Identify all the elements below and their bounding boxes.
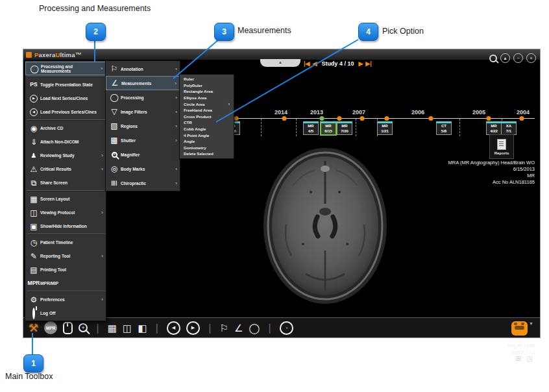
study-badge[interactable]: MR4/22	[486, 121, 502, 135]
gear-icon: ⚙	[27, 296, 40, 304]
study-badge[interactable]: MR4/5	[303, 121, 319, 135]
measure-item-goniometry[interactable]: Goniometry	[180, 145, 234, 151]
previous-study-button[interactable]: ◀	[312, 60, 317, 67]
study-badge[interactable]: XA7/1	[501, 121, 517, 135]
timeline-dot[interactable]	[234, 116, 239, 121]
measure-item-cobb-angle[interactable]: Cobb Angle	[180, 126, 234, 132]
measure-item-freehand-area[interactable]: FreeHand Area	[180, 107, 234, 114]
menu-item-preferences[interactable]: ⚙Preferences›	[25, 293, 106, 306]
first-study-button[interactable]: |◀	[304, 60, 310, 67]
timeline-year: 2013	[310, 109, 323, 116]
image-layout-button[interactable]: ◧	[138, 323, 147, 333]
measure-item-ctr[interactable]: CTR	[180, 119, 234, 126]
menu-item-screen-layout[interactable]: ▦Screen Layout	[25, 192, 106, 206]
submenu-item-magnifier[interactable]: +Magnifier	[106, 147, 180, 162]
grid-corner-icons[interactable]: ⊞ ◳	[507, 356, 535, 362]
submenu-item-annotation[interactable]: ⚐Annotation›	[106, 62, 180, 76]
menu-divider	[27, 119, 104, 121]
measure-item-rectangle-area[interactable]: Rectangle Area	[180, 88, 234, 95]
ruler-angle-icon: ∠	[108, 79, 121, 87]
submenu-item-processing[interactable]: ◯Processing›	[106, 90, 180, 104]
study-badge[interactable]: MR7/20	[337, 121, 352, 135]
toolbar-separator: ❘	[152, 322, 161, 334]
menu-item-show-hide-information[interactable]: ▣Show/Hide Information	[25, 219, 106, 233]
submenu-item-shutter[interactable]: ▩Shutter›	[106, 133, 180, 147]
minimize-button[interactable]: −	[513, 53, 523, 63]
measure-item-angle[interactable]: Angle	[180, 138, 234, 145]
mri-brain-image[interactable]	[254, 147, 396, 306]
study-badge[interactable]: CT5/8	[436, 121, 452, 135]
previous-series-button[interactable]: ◀	[167, 321, 180, 335]
measure-item-ellipse-area[interactable]: Ellipse Area	[180, 95, 234, 101]
annotation-label-main-toolbox: Main Toolbox	[5, 372, 53, 381]
submenu-item-body-marks[interactable]: ◎Body Marks›	[106, 162, 180, 176]
next-series-button[interactable]: ▶	[186, 321, 200, 335]
timeline-dot-selected[interactable]	[320, 116, 324, 121]
study-badge[interactable]: MR1/21	[377, 121, 393, 135]
window-controls: ▲ − ×	[489, 53, 536, 63]
chat-assistant-icon[interactable]	[511, 321, 528, 336]
timeline-dot[interactable]	[385, 116, 389, 121]
study-description: MRA (MR Angiography) Head/Brain WO	[448, 160, 535, 166]
printer-icon: ▤	[27, 266, 40, 274]
measure-item-ruler[interactable]: Ruler	[180, 76, 234, 82]
measure-item-circle-area[interactable]: Circle Area›	[180, 101, 234, 107]
accession-number: Acc No ALN181165	[448, 179, 535, 186]
last-study-button[interactable]: ▶|	[365, 60, 371, 67]
menu-item-reviewing-study[interactable]: ♟Reviewing Study›	[25, 149, 106, 162]
menu-item-printing-tool[interactable]: ▤Printing Tool	[25, 263, 106, 276]
timeline-collapse-tab[interactable]: ▲	[260, 59, 300, 67]
screen-layout-button[interactable]: ▦	[108, 323, 117, 333]
menu-item-attach-non-dicom[interactable]: ⇓Attach Non-DICOM	[25, 135, 106, 149]
timeline-dot[interactable]	[429, 116, 433, 121]
submenu-item-chiropractic[interactable]: ≣Chiropractic›	[106, 176, 180, 190]
study-badge-selected[interactable]: MR6/15	[320, 121, 337, 136]
main-toolbox-button[interactable]: ⚒	[29, 323, 38, 334]
menu-item-load-next-series[interactable]: ▶Load Next Series/Cines	[25, 92, 106, 105]
reports-button[interactable]: Reports	[489, 134, 514, 159]
menu-item-viewing-protocol[interactable]: ◫Viewing Protocol›	[25, 206, 106, 219]
menu-item-load-previous-series[interactable]: ◀Load Previous Series/Cines	[25, 105, 106, 119]
toolbar-separator: ❘	[206, 322, 214, 334]
submenu-item-image-filters[interactable]: ▽Image Filters›	[106, 104, 180, 119]
menu-item-patient-timeline[interactable]: ◷Patient Timeline	[25, 236, 106, 249]
paxera-ultima-window: PaxeraUltima™ ▲ |◀ ◀ Study 4 / 10 ▶ ▶| ▲…	[23, 49, 541, 338]
timeline-dot[interactable]	[337, 116, 342, 121]
menu-item-log-off[interactable]: Log Off	[25, 306, 106, 320]
annotation-tool-button[interactable]: ⚐	[220, 323, 228, 333]
measure-item-4-point-angle[interactable]: 4 Point Angle	[180, 132, 234, 138]
submenu-item-regions[interactable]: ▧Regions›	[106, 119, 180, 133]
measure-item-polyruler[interactable]: PolyRuler	[180, 82, 234, 89]
processing-ring-icon: ◯	[108, 93, 121, 101]
close-button[interactable]: ×	[526, 53, 536, 63]
menu-item-processing-and-measurements[interactable]: ◯Processing and Measurements›	[25, 62, 106, 75]
patient-timeline-button[interactable]: ◔	[280, 321, 293, 335]
menu-item-critical-results[interactable]: ⚠Critical Results›	[25, 162, 106, 176]
measurement-tool-button[interactable]: ∠	[234, 323, 243, 333]
processing-tool-button[interactable]: ◯	[249, 323, 260, 333]
restore-button[interactable]: ▲	[500, 53, 510, 63]
mpr-button[interactable]: MPR	[44, 321, 57, 334]
info-frame-icon: ▣	[27, 223, 40, 230]
timeline-dot[interactable]	[360, 116, 365, 121]
next-study-button[interactable]: ▶	[358, 60, 363, 67]
search-icon[interactable]	[489, 55, 497, 62]
body-marks-icon: ◎	[108, 165, 121, 173]
timeline-dot[interactable]	[487, 116, 491, 121]
chevron-down-icon[interactable]: ▼	[529, 321, 533, 326]
mouse-tools-button[interactable]	[63, 322, 73, 334]
menu-item-reporting-tool[interactable]: ✎Reporting Tool›	[25, 249, 106, 263]
menu-item-archive-cd[interactable]: ◉Archive CD	[25, 121, 106, 135]
menu-item-toggle-presentation-state[interactable]: PSToggle Presentation State	[25, 78, 106, 92]
cd-icon: ◉	[27, 125, 40, 132]
menu-item-mpr-mip[interactable]: MPRMPR/MIP	[25, 276, 106, 290]
measure-item-delete-selected[interactable]: Delete Selected	[180, 151, 234, 157]
menu-item-share-screen[interactable]: ⧉Share Screen	[25, 176, 106, 190]
timeline-year: 2004	[517, 109, 530, 116]
submenu-item-measurements[interactable]: ∠Measurements›	[106, 76, 180, 90]
measure-item-cross-product[interactable]: Cross Product	[180, 114, 234, 120]
series-layout-button[interactable]: ◫	[123, 323, 132, 333]
timeline-dot[interactable]	[282, 116, 287, 121]
timeline-dot[interactable]	[520, 116, 524, 121]
zoom-button[interactable]: +	[79, 323, 88, 332]
